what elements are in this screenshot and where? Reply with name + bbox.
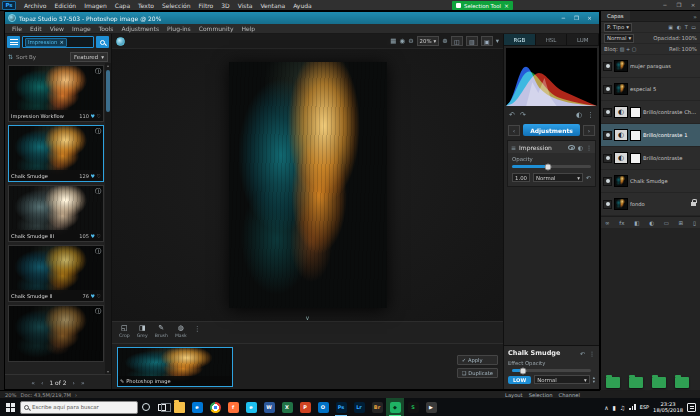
thumbs-up-icon[interactable]: ♥ — [91, 173, 95, 179]
zoom-percent-field[interactable]: 20% — [5, 392, 17, 398]
new-layer-icon[interactable]: ⊞ — [679, 220, 684, 226]
opacity-slider[interactable] — [512, 165, 591, 168]
prev-page-button[interactable]: ‹ — [41, 379, 43, 386]
adjustment-menu-icon[interactable]: ⋮ — [586, 144, 592, 151]
menu-hamburger-button[interactable] — [7, 36, 20, 48]
redo-button[interactable]: ↷ — [520, 111, 526, 119]
desktop-folder-icon[interactable] — [675, 377, 689, 388]
compare-icon[interactable]: ◐ — [576, 111, 582, 119]
undo-button[interactable]: ↶ — [509, 111, 515, 119]
apply-button[interactable]: ✓Apply — [457, 355, 498, 365]
prev-adjustment-button[interactable]: ‹ — [508, 125, 520, 136]
tag-remove-icon[interactable]: × — [60, 39, 65, 45]
ps-menu-10[interactable]: Ayuda — [289, 2, 316, 9]
ps-menu-3[interactable]: Capa — [111, 2, 134, 9]
layer-row[interactable]: ◐Brillo/contraste Chalk Smudge II — [601, 101, 700, 124]
preset-card[interactable]: ⓘ — [8, 305, 104, 362]
topaz-menu-7[interactable]: Community — [195, 25, 238, 32]
taskbar-app-edge[interactable]: e — [188, 398, 206, 416]
preset-card[interactable]: ⓘImpression Workflow110♥♡ — [8, 65, 104, 122]
canvas[interactable]: ∨ — [112, 49, 503, 321]
layer-row[interactable]: fondo — [601, 193, 700, 216]
tool-crop[interactable]: ◱Crop — [119, 324, 130, 338]
taskbar-app-word[interactable]: W — [260, 398, 278, 416]
filter-type-icons[interactable]: ▣ ◐ T ▭ — [668, 24, 697, 30]
network-icon[interactable] — [629, 404, 636, 410]
grid-view-icon[interactable]: ▦ — [390, 37, 396, 45]
banner-close-icon[interactable]: × — [504, 2, 509, 9]
status-arrow-icon[interactable]: › — [75, 392, 77, 398]
action-center-icon[interactable] — [687, 403, 696, 412]
thumbs-up-icon[interactable]: ♥ — [91, 233, 95, 239]
preset-card[interactable]: ⓘChalk Smudge II76♥♡ — [8, 245, 104, 302]
visibility-eye-icon[interactable] — [603, 177, 612, 186]
step-down-icon[interactable]: ▾ — [593, 380, 595, 384]
visibility-eye-icon[interactable] — [603, 108, 612, 117]
bottom-tab-selection[interactable]: Selection — [529, 392, 553, 398]
layer-row[interactable]: mujer paraguas — [601, 55, 700, 78]
layer-blend-dropdown[interactable]: Normal ▾ — [604, 34, 634, 43]
blend-mode-dropdown[interactable]: Normal ▾ — [533, 173, 583, 182]
preview-toggle-icon[interactable]: ◉ — [399, 37, 405, 45]
scroll-down-icon[interactable]: ▾ — [107, 369, 109, 374]
sort-dropdown[interactable]: Featured ▾ — [70, 52, 108, 62]
desktop-folder-icon[interactable] — [606, 377, 620, 388]
info-icon[interactable]: ⓘ — [95, 307, 101, 316]
ps-menu-2[interactable]: Imagen — [80, 2, 111, 9]
panel-menu-icon[interactable]: » — [693, 13, 700, 20]
close-button[interactable]: × — [686, 0, 700, 10]
tool-grey[interactable]: ◨Grey — [137, 324, 148, 338]
taskbar-app-topaz-studio[interactable]: ◆ — [386, 398, 404, 416]
ps-menu-6[interactable]: Filtro — [195, 2, 218, 9]
split-view-button[interactable]: ◫ — [451, 36, 463, 46]
ps-menu-1[interactable]: Edición — [50, 2, 80, 9]
scroll-up-icon[interactable]: ▴ — [107, 63, 109, 68]
topaz-maximize-button[interactable]: ❐ — [570, 13, 583, 23]
layer-row[interactable]: ◐Brillo/contraste — [601, 147, 700, 170]
zoom-out-button[interactable]: ⊖ — [408, 37, 413, 45]
info-icon[interactable]: ⓘ — [95, 187, 101, 196]
effect-opacity-slider[interactable] — [512, 369, 591, 372]
effect-blend-dropdown[interactable]: Normal ▾ — [534, 375, 589, 384]
thumbs-up-icon[interactable]: ♥ — [91, 293, 95, 299]
adjustment-icon[interactable]: ◐ — [649, 220, 654, 226]
thumbs-up-icon[interactable]: ♥ — [91, 113, 95, 119]
taskbar-app-media-player[interactable]: ▶ — [422, 398, 440, 416]
visibility-eye-icon[interactable] — [603, 200, 612, 209]
taskbar-app-ie[interactable]: e — [242, 398, 260, 416]
topaz-menu-6[interactable]: Plug-ins — [163, 25, 195, 32]
filmstrip-thumbnail[interactable]: ✎ Photoshop image — [117, 347, 233, 387]
taskbar-app-chrome[interactable] — [206, 398, 224, 416]
bottom-tab-layout[interactable]: Layout — [505, 392, 523, 398]
heart-icon[interactable]: ♡ — [97, 113, 101, 119]
effect-menu-icon[interactable]: ⋮ — [589, 350, 595, 357]
topaz-menu-2[interactable]: View — [46, 25, 68, 32]
next-adjustment-button[interactable]: › — [583, 125, 595, 136]
ps-menu-9[interactable]: Ventana — [256, 2, 289, 9]
histogram-tab-lum[interactable]: LUM — [567, 34, 599, 45]
topaz-menu-3[interactable]: Image — [68, 25, 95, 32]
bottom-tab-channel[interactable]: Channel — [559, 392, 580, 398]
ps-menu-7[interactable]: 3D — [217, 2, 233, 9]
topaz-menu-0[interactable]: File — [8, 25, 26, 32]
topaz-menu-4[interactable]: Tools — [95, 25, 118, 32]
visibility-eye-icon[interactable] — [603, 85, 612, 94]
slider-knob[interactable] — [544, 163, 551, 170]
clock[interactable]: 23:23 18/05/2018 — [653, 401, 683, 413]
fx-icon[interactable]: fx — [619, 220, 624, 226]
lock-icons[interactable]: ▨ + ▢ — [620, 46, 637, 52]
search-button[interactable] — [96, 36, 109, 48]
cortana-button[interactable] — [138, 403, 154, 411]
zoom-in-button[interactable]: ⊕ — [442, 37, 447, 45]
layer-fill-field[interactable]: Rell: 100% — [669, 46, 697, 52]
search-filter-tag[interactable]: Impression × — [25, 38, 67, 47]
histogram-tab-rgb[interactable]: RGB — [504, 34, 536, 45]
histogram-menu-icon[interactable]: ⋮ — [587, 111, 594, 119]
preset-card[interactable]: ⓘChalk Smudge III105♥♡ — [8, 185, 104, 242]
first-page-button[interactable]: « — [31, 379, 35, 386]
link-icon[interactable]: ∞ — [605, 220, 610, 226]
reset-adjustment-icon[interactable]: ↶ — [586, 174, 591, 181]
taskbar-app-lightroom[interactable]: Lr — [350, 398, 368, 416]
delete-icon[interactable]: ▯ — [693, 220, 696, 226]
info-icon[interactable]: ⓘ — [95, 127, 101, 136]
